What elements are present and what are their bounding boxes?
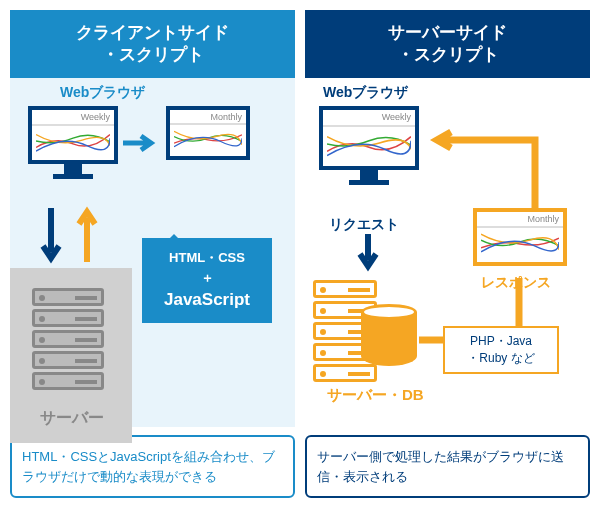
- server-label-left: サーバー: [40, 408, 104, 429]
- server-db-label: サーバー・DB: [327, 386, 424, 405]
- browser-monitor-monthly: Monthly: [166, 106, 250, 160]
- client-side-panel: クライアントサイド・スクリプト Webブラウザ Weekly Monthly: [10, 10, 295, 498]
- chart-lines-icon: [327, 126, 411, 162]
- tech-box: PHP・Java・Ruby など: [443, 326, 559, 374]
- browser-monitor-weekly-r: Weekly: [319, 106, 419, 185]
- server-header: サーバーサイド・スクリプト: [305, 10, 590, 78]
- chart-lines-icon: [174, 126, 242, 152]
- request-arrow-icon: [357, 234, 379, 278]
- client-title: クライアントサイド・スクリプト: [76, 23, 229, 64]
- bubble-line1: HTML・CSS: [154, 248, 260, 268]
- arrow-down-icon: [40, 208, 62, 272]
- chart-title-weekly: Weekly: [32, 110, 114, 124]
- arrow-up-icon: [76, 208, 98, 272]
- server-icon: [32, 288, 104, 393]
- server-footer: サーバー側で処理した結果がブラウザに送信・表示される: [305, 435, 590, 498]
- arrow-right-icon: [123, 133, 159, 157]
- chart-lines-icon: [36, 126, 110, 156]
- client-footer-text: HTML・CSSとJavaScriptを組み合わせ、ブラウザだけで動的な表現がで…: [22, 449, 275, 484]
- browser-label-left: Webブラウザ: [60, 84, 145, 102]
- tech-bubble: HTML・CSS ＋ JavaScript: [142, 238, 272, 323]
- chart-lines-icon: [481, 228, 559, 258]
- tech-box-text: PHP・Java・Ruby など: [467, 334, 534, 365]
- server-body: Webブラウザ Weekly Monthly: [305, 78, 590, 427]
- chart-title-monthly-r: Monthly: [477, 212, 563, 226]
- chart-title-monthly: Monthly: [170, 110, 246, 124]
- database-icon: [361, 304, 417, 370]
- server-side-panel: サーバーサイド・スクリプト Webブラウザ Weekly Monthly: [305, 10, 590, 498]
- chart-title-weekly-r: Weekly: [323, 110, 415, 124]
- client-header: クライアントサイド・スクリプト: [10, 10, 295, 78]
- response-monitor-monthly: Monthly: [473, 208, 567, 266]
- browser-label-right: Webブラウザ: [323, 84, 408, 102]
- bubble-js: JavaScript: [154, 287, 260, 313]
- bubble-plus: ＋: [154, 268, 260, 288]
- client-body: Webブラウザ Weekly Monthly: [10, 78, 295, 427]
- client-footer: HTML・CSSとJavaScriptを組み合わせ、ブラウザだけで動的な表現がで…: [10, 435, 295, 498]
- server-footer-text: サーバー側で処理した結果がブラウザに送信・表示される: [317, 449, 564, 484]
- browser-monitor-weekly: Weekly: [28, 106, 118, 179]
- server-title: サーバーサイド・スクリプト: [388, 23, 507, 64]
- request-label: リクエスト: [329, 216, 399, 234]
